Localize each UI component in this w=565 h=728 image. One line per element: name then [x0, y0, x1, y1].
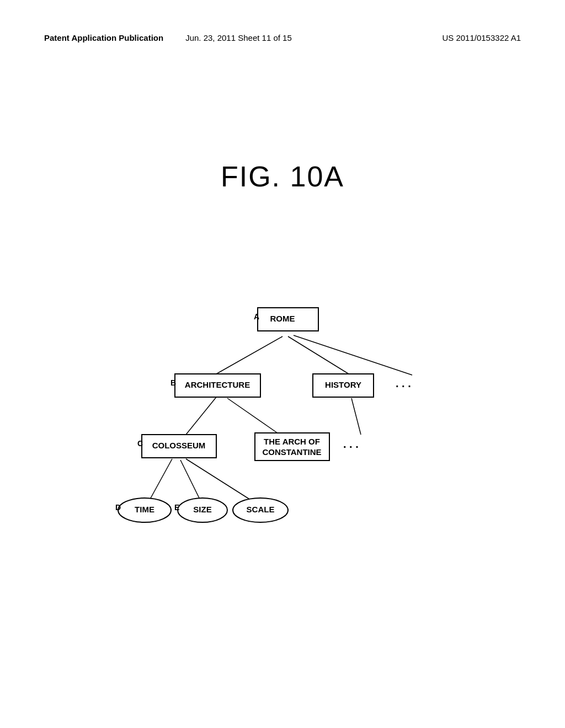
rome-label: ROME — [270, 314, 295, 323]
svg-line-8 — [186, 459, 249, 499]
svg-line-3 — [186, 397, 216, 435]
svg-line-0 — [216, 336, 282, 374]
node-time: TIME D — [115, 498, 171, 522]
architecture-label: ARCHITECTURE — [185, 380, 250, 389]
node-arch-constantine: THE ARCH OF CONSTANTINE — [255, 433, 329, 461]
history-label: HISTORY — [325, 380, 361, 389]
node-colosseum: COLOSSEUM C — [137, 435, 216, 458]
publication-label: Patent Application Publication — [44, 33, 163, 42]
sheet-info: Jun. 23, 2011 Sheet 11 of 15 — [185, 33, 292, 42]
arch-label-line2: CONSTANTINE — [262, 447, 321, 457]
dots-level3: . . . — [343, 438, 359, 450]
svg-line-2 — [294, 335, 412, 375]
node-scale: SCALE — [233, 498, 288, 522]
arch-label-line1: THE ARCH OF — [264, 437, 320, 446]
svg-line-4 — [227, 398, 280, 435]
label-d: D — [115, 503, 121, 512]
label-c: C — [137, 439, 143, 448]
dots-level2: . . . — [396, 377, 411, 389]
svg-line-6 — [150, 459, 172, 499]
page-header: Patent Application Publication Jun. 23, … — [44, 33, 521, 42]
figure-title: FIG. 10A — [221, 160, 344, 193]
label-b: B — [170, 378, 176, 387]
scale-label: SCALE — [247, 505, 275, 514]
svg-line-5 — [351, 398, 361, 435]
colosseum-label: COLOSSEUM — [152, 441, 206, 450]
label-e: E — [174, 503, 179, 512]
node-history: HISTORY — [313, 374, 374, 397]
node-size: SIZE E — [174, 498, 227, 522]
label-a: A — [254, 312, 259, 321]
time-label: TIME — [135, 505, 154, 514]
node-architecture: ARCHITECTURE B — [170, 374, 260, 397]
patent-number: US 2011/0153322 A1 — [442, 33, 521, 42]
svg-line-1 — [288, 336, 349, 374]
size-label: SIZE — [193, 505, 211, 514]
node-rome: ROME A — [254, 308, 318, 331]
tree-diagram: ROME A ARCHITECTURE B HISTORY . . . COLO… — [89, 292, 476, 557]
